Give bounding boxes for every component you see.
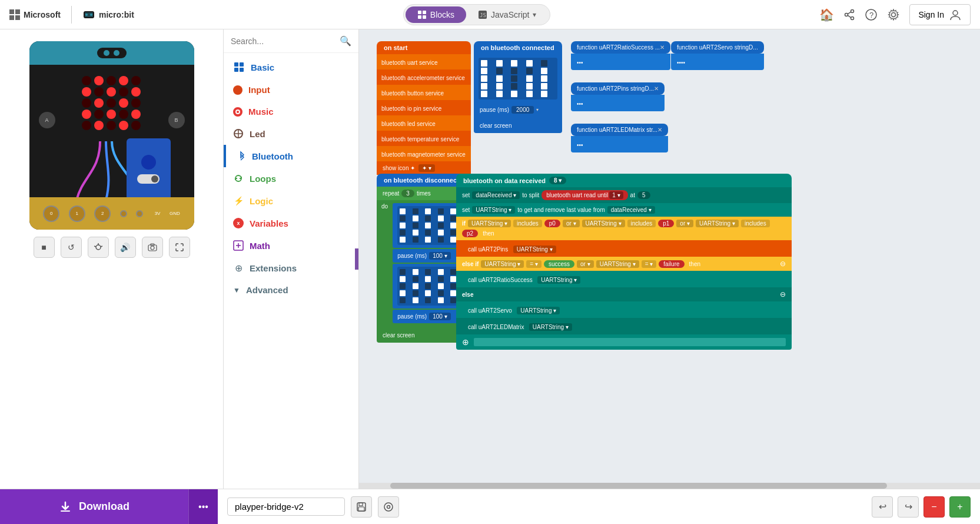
panel-collapse-button[interactable]: ‹ — [355, 248, 359, 270]
or-dropdown2[interactable]: or ▾ — [676, 220, 693, 227]
show-icon-dropdown[interactable]: ✦ ▾ — [418, 164, 435, 172]
function-uart2pins-body[interactable]: ••• — [571, 95, 665, 111]
screenshot-button[interactable] — [142, 237, 163, 258]
uart-string-set-dropdown[interactable]: UARTString ▾ — [472, 206, 515, 214]
data-received-ref-dropdown[interactable]: dataReceived ▾ — [607, 206, 655, 214]
save-button[interactable] — [351, 496, 372, 518]
function-uart2servo-body[interactable]: •••• — [671, 54, 764, 70]
share-button[interactable] — [843, 9, 855, 21]
github-button[interactable] — [378, 496, 399, 518]
zoom-in-button[interactable]: + — [949, 496, 971, 518]
fullscreen-button[interactable] — [169, 237, 190, 258]
function-uart2pins-header[interactable]: function uART2Pins stringD... ✕ — [571, 82, 665, 95]
category-extensions[interactable]: ⊕ Extensions — [224, 257, 358, 279]
toggle-switch[interactable] — [137, 174, 160, 184]
sound-button[interactable]: 🔊 — [115, 237, 136, 258]
bluetooth-button-block[interactable]: bluetooth button service — [377, 85, 471, 100]
call-uart2ratio-block[interactable]: call uART2RatioSuccess UARTString ▾ — [456, 271, 792, 287]
blocks-tab[interactable]: Blocks — [406, 6, 466, 23]
bluetooth-led-block[interactable]: bluetooth led service — [377, 115, 471, 131]
search-input[interactable] — [231, 37, 340, 46]
category-math[interactable]: Math — [224, 234, 358, 257]
download-button[interactable]: Download — [0, 489, 188, 524]
uart-else-dropdown1[interactable]: UARTString ▾ — [481, 260, 524, 268]
category-variables[interactable]: x Variables — [224, 212, 358, 234]
bluetooth-temp-block[interactable]: bluetooth temperature service — [377, 131, 471, 146]
undo-button[interactable]: ↩ — [872, 496, 893, 518]
uart2led-param-dropdown[interactable]: UARTString ▾ — [529, 323, 572, 331]
category-basic[interactable]: Basic — [224, 55, 358, 79]
category-bluetooth[interactable]: Bluetooth — [224, 145, 358, 167]
project-name-input[interactable] — [227, 498, 345, 516]
category-logic[interactable]: ⚡ Logic — [224, 190, 358, 212]
data-received-dropdown[interactable]: dataReceived ▾ — [472, 191, 520, 199]
zoom-out-button[interactable]: − — [923, 496, 945, 518]
uart-if-dropdown3[interactable]: UARTString ▾ — [696, 220, 739, 227]
button-b[interactable]: B — [168, 112, 185, 128]
clear-screen-connected-block[interactable]: clear screen — [474, 117, 562, 133]
category-input[interactable]: Input — [224, 79, 358, 101]
set-data-received-block[interactable]: set dataReceived ▾ to split bluetooth ua… — [456, 187, 792, 203]
bluetooth-accel-block[interactable]: bluetooth accelerometer service — [377, 69, 471, 85]
or-dropdown3[interactable]: or ▾ — [577, 260, 594, 268]
or-dropdown1[interactable]: or ▾ — [563, 220, 580, 227]
show-leds-connected-block[interactable] — [474, 54, 562, 103]
uart2pins-param-dropdown[interactable]: UARTString ▾ — [513, 246, 556, 253]
equals-dropdown1[interactable]: = ▾ — [526, 260, 542, 268]
call-uart2led-block[interactable]: call uART2LEDMatrix UARTString ▾ — [456, 318, 792, 334]
function-uart2led-header[interactable]: function uART2LEDMatrix str... ✕ — [571, 124, 668, 136]
pause-connected-block[interactable]: pause (ms) 2000 ▾ — [474, 103, 562, 117]
category-loops[interactable]: Loops — [224, 167, 358, 190]
category-led[interactable]: Led — [224, 122, 358, 145]
settings-button[interactable] — [887, 8, 900, 21]
scrollbar-thumb[interactable] — [390, 483, 887, 489]
else-if-collapse[interactable]: ⊖ — [780, 260, 786, 268]
blocks-workspace[interactable]: on start bluetooth uart service bluetoot… — [359, 29, 980, 489]
equals-dropdown2[interactable]: = ▾ — [642, 260, 657, 268]
search-icon[interactable]: 🔍 — [340, 35, 351, 47]
stop-button[interactable]: ■ — [34, 237, 55, 258]
function-uart2led-body[interactable]: ••• — [571, 136, 668, 152]
function-uart2ratio-header[interactable]: function uART2RatioSuccess ... ✕ — [571, 41, 670, 54]
debug-button[interactable] — [88, 237, 109, 258]
if-uart-includes-block[interactable]: if UARTString ▾ includes p0 or ▾ UARTStr… — [456, 217, 792, 240]
uart-if-dropdown[interactable]: UARTString ▾ — [468, 220, 511, 227]
uart-if-dropdown2[interactable]: UARTString ▾ — [582, 220, 625, 227]
loops-icon — [233, 173, 244, 184]
else-if-block[interactable]: else if UARTString ▾ = ▾ success or ▾ UA… — [456, 257, 792, 271]
uart2servo-param-dropdown[interactable]: UARTString ▾ — [517, 307, 560, 314]
function-uart2ratio-body[interactable]: ••• — [571, 54, 670, 70]
split-at-dropdown[interactable]: 5 — [637, 191, 650, 199]
pause-loop2-dropdown[interactable]: 100 ▾ — [429, 313, 450, 320]
call-uart2servo-block[interactable]: call uART2Servo UARTString ▾ — [456, 301, 792, 318]
js-dropdown-arrow[interactable]: ▾ — [533, 11, 536, 19]
pause-loop-dropdown[interactable]: 100 ▾ — [429, 252, 450, 260]
bluetooth-mag-block[interactable]: bluetooth magnetometer service — [377, 146, 471, 161]
uart-else-dropdown2[interactable]: UARTString ▾ — [596, 260, 639, 268]
home-button[interactable]: 🏠 — [819, 8, 834, 22]
bluetooth-uart-service-block[interactable]: bluetooth uart service — [377, 54, 471, 69]
uart2ratio-param-dropdown[interactable]: UARTString ▾ — [537, 276, 580, 284]
call-uart2pins-block[interactable]: call uART2Pins UARTString ▾ — [456, 240, 792, 257]
download-more-button[interactable]: ••• — [188, 489, 218, 524]
button-a[interactable]: A — [39, 112, 55, 128]
set-uart-string-block[interactable]: set UARTString ▾ to get and remove last … — [456, 203, 792, 217]
bluetooth-io-pin-block[interactable]: bluetooth io pin service — [377, 100, 471, 115]
bt-uart-read-block[interactable]: bluetooth uart read until 1 ▾ — [542, 190, 627, 200]
horizontal-scrollbar[interactable] — [359, 483, 980, 489]
category-advanced[interactable]: ▼ Advanced — [224, 279, 358, 301]
show-icon-block[interactable]: show icon ✦ ✦ ▾ — [377, 161, 471, 175]
function-uart2servo-header[interactable]: function uART2Servo stringD... — [671, 41, 764, 54]
add-block-row: ⊕ — [456, 334, 792, 350]
restart-button[interactable]: ↺ — [61, 237, 82, 258]
else-collapse[interactable]: ⊖ — [780, 290, 786, 299]
repeat-value[interactable]: 3 — [401, 190, 414, 197]
add-block-button[interactable]: ⊕ — [462, 337, 469, 347]
javascript-tab[interactable]: JS JavaScript ▾ — [466, 6, 548, 23]
help-button[interactable]: ? — [865, 8, 878, 21]
redo-button[interactable]: ↪ — [898, 496, 919, 518]
data-event-dropdown[interactable]: 8 ▾ — [549, 177, 566, 184]
category-music[interactable]: Music — [224, 101, 358, 122]
signin-button[interactable]: Sign In — [909, 4, 971, 25]
pause-value-dropdown[interactable]: 2000 — [511, 106, 534, 114]
